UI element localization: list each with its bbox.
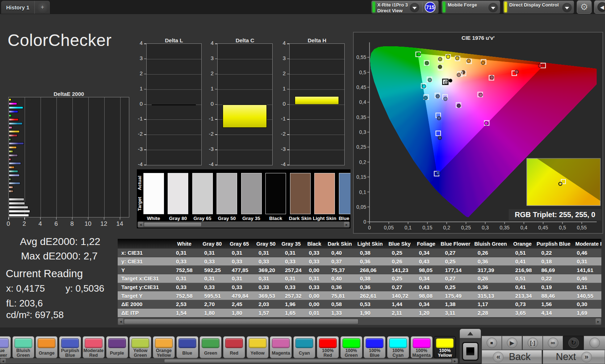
scroll-left-arrow[interactable]: ◄ <box>138 222 143 227</box>
cell: 0,33 <box>253 283 279 292</box>
gridline <box>218 135 272 135</box>
patch-button-100-yellow[interactable]: 100% Yellow <box>434 336 456 358</box>
stop-button[interactable]: ■ <box>482 336 502 350</box>
collapse-right-button[interactable]: ◀ <box>594 0 605 14</box>
patch-button-bluish-green[interactable]: Bluish Green <box>12 336 34 358</box>
swatch-label: Gray 50 <box>215 216 239 221</box>
patch-button-orange-yellow[interactable]: Orange Yellow <box>153 336 175 358</box>
patch-scrollbar[interactable]: ◄► <box>0 358 458 364</box>
bar-moderate-red <box>9 158 11 161</box>
meter-1[interactable]: X-Rite i1Pro 3Direct View715 <box>371 0 439 14</box>
next-button[interactable]: Next » <box>543 350 605 364</box>
refresh-button[interactable]: ↻ <box>563 336 584 350</box>
bar-yellow <box>9 130 20 133</box>
cell: 0,31 <box>253 274 279 283</box>
gridline <box>218 59 272 59</box>
gridline <box>41 97 41 217</box>
gridline <box>290 150 344 150</box>
dropdown-arrow-icon[interactable] <box>562 3 572 12</box>
gridline <box>147 150 201 150</box>
tick-label: 4 <box>203 40 214 46</box>
continuous-button[interactable]: ∞ <box>543 336 563 350</box>
patch-button-100-blue[interactable]: 100% Blue <box>364 336 386 358</box>
add-tab-button[interactable]: + <box>35 1 50 14</box>
scrollbar-thumb[interactable] <box>124 319 358 324</box>
expand-up-button[interactable] <box>460 329 481 338</box>
cell: 0,33 <box>226 257 253 266</box>
patch-button-blue[interactable]: Blue <box>176 336 198 358</box>
chart-title: Delta H <box>289 37 345 43</box>
patch-button-100-cyan[interactable]: 100% Cyan <box>387 336 409 358</box>
gridline <box>290 135 344 135</box>
gear-icon: ⚙ <box>580 2 588 12</box>
scroll-right-arrow[interactable]: ► <box>596 318 601 325</box>
patch-button-yellow-green[interactable]: Yellow Green <box>129 336 151 358</box>
dropdown-arrow-icon[interactable] <box>410 3 419 12</box>
patch-button-green[interactable]: Green <box>199 336 222 358</box>
patch-button-100-magenta[interactable]: 100% Magenta <box>411 336 433 358</box>
patch-color-chip <box>295 338 313 348</box>
patch-button-moderate-red[interactable]: Moderate Red <box>83 336 105 358</box>
bar-orange <box>9 166 14 169</box>
cell: 0,33 <box>253 257 279 266</box>
rgb-triplet-readout: RGB Triplet: 255, 255, 0 <box>509 209 601 220</box>
scrollbar-thumb[interactable] <box>164 359 452 363</box>
patch-button-purplish-blue[interactable]: Purplish Blue <box>59 336 81 358</box>
settings-button[interactable]: ⚙ <box>577 0 592 14</box>
blank-icon <box>589 338 600 348</box>
cell: 0,33 <box>303 283 325 292</box>
patch-button-label: 100% Green <box>341 348 362 358</box>
col-header: Light Skin <box>354 239 386 249</box>
col-header: Purplish Blue <box>535 239 571 249</box>
tab-history-1[interactable]: History 1 <box>1 1 34 14</box>
patch-button-magenta[interactable]: Magenta <box>270 336 292 358</box>
swatch-blue-sky <box>339 173 351 214</box>
swatch-label: Blue Sky <box>337 216 350 221</box>
patch-window-button[interactable] <box>462 342 479 361</box>
patch-button-orange[interactable]: Orange <box>35 336 58 358</box>
bar-100-yellow <box>9 98 11 101</box>
bar-bluish-green <box>9 170 18 173</box>
patch-button-cyan[interactable]: Cyan <box>293 336 315 358</box>
patch-button-100-green[interactable]: 100% Green <box>340 336 362 358</box>
scroll-left-arrow[interactable]: ◄ <box>118 318 123 325</box>
measured-purple <box>457 104 461 107</box>
reference-dot <box>449 79 452 82</box>
gridline <box>147 119 201 120</box>
tick-label: 1 <box>132 85 143 92</box>
scrollbar-thumb[interactable] <box>144 222 202 227</box>
row-label: ΔE 2000 <box>118 300 170 309</box>
patch-button-label: Green <box>200 348 221 358</box>
bar-green <box>9 138 11 141</box>
meter-3[interactable]: Direct Display Control <box>503 0 574 14</box>
blank-button[interactable] <box>584 336 605 350</box>
single-measure-button[interactable]: [·] <box>522 336 543 350</box>
scroll-left-arrow[interactable]: ◄ <box>0 359 6 363</box>
patch-button-purple[interactable]: Purple <box>106 336 128 358</box>
col-header: Gray 50 <box>253 239 279 249</box>
cell: 0,18 <box>535 257 571 266</box>
table-scrollbar[interactable]: ◄► <box>118 318 601 325</box>
cell: 0,34 <box>413 249 439 257</box>
cell: 1,80 <box>198 309 226 317</box>
patch-button-100-red[interactable]: 100% Red <box>317 336 339 358</box>
x-tick-label: 0,35 <box>500 225 509 230</box>
tick <box>104 217 105 220</box>
scroll-right-arrow[interactable]: ► <box>344 222 349 227</box>
back-button[interactable]: « Back <box>482 350 542 364</box>
tick-label: -4 <box>275 161 286 167</box>
deltae-plot-area <box>8 97 129 217</box>
patch-button-label: Yellow <box>247 348 268 358</box>
patch-button-yellow[interactable]: Yellow <box>247 336 269 358</box>
swatch-scrollbar[interactable]: ◄► <box>138 221 350 228</box>
play-button[interactable]: ▶ <box>502 336 522 350</box>
dropdown-arrow-icon[interactable] <box>488 3 498 12</box>
patch-color-chip <box>343 338 360 348</box>
cell: 2,70 <box>198 300 226 309</box>
meter-2[interactable]: Mobile Forge <box>441 0 500 14</box>
patch-button-label: Cyan <box>294 348 315 358</box>
patch-color-chip <box>61 338 79 348</box>
scroll-right-arrow[interactable]: ► <box>452 359 458 363</box>
patch-button-blue-flower[interactable]: Blue Flower <box>0 336 11 358</box>
patch-button-red[interactable]: Red <box>223 336 245 358</box>
